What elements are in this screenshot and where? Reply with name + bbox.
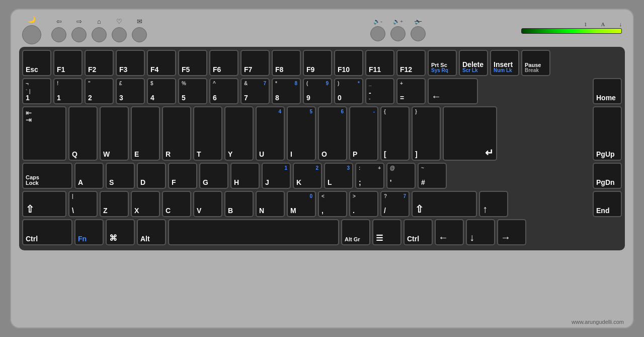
key-o[interactable]: 6 O (318, 106, 347, 161)
key-pgup[interactable]: PgUp (593, 106, 622, 161)
key-w[interactable]: W (100, 106, 129, 161)
key-z[interactable]: Z (100, 191, 129, 217)
key-rshift[interactable]: ⇧ (412, 191, 477, 217)
key-t[interactable]: T (193, 106, 222, 161)
key-capslock[interactable]: CapsLock (22, 163, 72, 189)
back-icon: ⇦ (56, 18, 62, 26)
key-g[interactable]: G (199, 163, 228, 189)
key-comma[interactable]: < , (318, 191, 347, 217)
favorites-button[interactable]: ♡ (112, 18, 127, 42)
key-3[interactable]: £ 3 (116, 78, 145, 104)
key-p[interactable]: - P (349, 106, 378, 161)
key-semicolon[interactable]: : + ; (355, 163, 384, 189)
key-end[interactable]: End (593, 191, 622, 217)
key-1[interactable]: ! 1 (53, 78, 83, 104)
email-button[interactable]: ✉ (132, 18, 147, 42)
key-f4[interactable]: F4 (147, 50, 176, 76)
key-c[interactable]: C (162, 191, 191, 217)
key-prtsc[interactable]: Prt Sc Sys Rq (428, 50, 457, 76)
key-y[interactable]: Y (224, 106, 254, 161)
key-f11[interactable]: F11 (365, 50, 394, 76)
key-fn[interactable]: Fn (74, 219, 104, 245)
key-8[interactable]: * 8 8 (272, 78, 301, 104)
key-f[interactable]: F (168, 163, 197, 189)
key-l[interactable]: 3 L (324, 163, 353, 189)
vol-up-button[interactable]: 🔈+ (390, 18, 406, 41)
key-arrow-right[interactable]: → (497, 219, 526, 245)
key-tab[interactable]: ⇤⇥ (22, 106, 66, 161)
key-lshift[interactable]: ⇧ (22, 191, 66, 217)
key-pipe[interactable]: | \ (68, 191, 98, 217)
key-hash[interactable]: ~ # (418, 163, 447, 189)
key-e[interactable]: E (131, 106, 160, 161)
key-rbracket[interactable]: } ] (412, 106, 441, 161)
key-altgr[interactable]: Alt Gr (341, 219, 370, 245)
key-slash[interactable]: ? 7 / (380, 191, 410, 217)
key-f5[interactable]: F5 (178, 50, 207, 76)
key-f8[interactable]: F8 (272, 50, 301, 76)
key-arrow-left[interactable]: ← (435, 219, 464, 245)
key-v[interactable]: V (193, 191, 222, 217)
key-lbracket[interactable]: { [ (380, 106, 410, 161)
key-enter[interactable]: ↵ (443, 106, 497, 161)
key-r[interactable]: R (162, 106, 191, 161)
key-insert[interactable]: Insert Num Lk (490, 50, 519, 76)
key-home[interactable]: Home (593, 78, 622, 104)
key-f12[interactable]: F12 (396, 50, 426, 76)
favorites-icon: ♡ (116, 18, 122, 26)
key-esc[interactable]: Esc (22, 50, 51, 76)
key-backtick[interactable]: ¬ ` | 1 (22, 78, 51, 104)
key-0[interactable]: ) * 0 (334, 78, 363, 104)
key-equals[interactable]: + = (396, 78, 426, 104)
key-d[interactable]: D (137, 163, 166, 189)
vol-up-circle (390, 26, 406, 41)
key-4[interactable]: $ 4 (147, 78, 176, 104)
home-button[interactable]: ⌂ (92, 18, 107, 42)
key-arrow-down[interactable]: ↓ (466, 219, 495, 245)
key-f3[interactable]: F3 (116, 50, 145, 76)
key-a[interactable]: A (74, 163, 104, 189)
caps-key-row: CapsLock A S D F G H 1 J 2 K 3 L : + (22, 163, 622, 189)
key-f10[interactable]: F10 (334, 50, 363, 76)
key-h[interactable]: H (230, 163, 260, 189)
key-q[interactable]: Q (68, 106, 98, 161)
key-quote[interactable]: @ ' (386, 163, 416, 189)
mute-button[interactable]: 🔊 (411, 18, 426, 41)
forward-button[interactable]: ⇨ (71, 18, 87, 42)
key-pgdn[interactable]: PgDn (593, 163, 622, 189)
key-6[interactable]: ^ 6 (209, 78, 238, 104)
key-7[interactable]: & 7 7 (240, 78, 270, 104)
key-win[interactable]: ⌘ (106, 219, 135, 245)
key-period[interactable]: > . (349, 191, 378, 217)
key-f9[interactable]: F9 (303, 50, 332, 76)
key-j[interactable]: 1 J (262, 163, 291, 189)
key-space[interactable] (168, 219, 339, 245)
key-rctrl[interactable]: Ctrl (404, 219, 433, 245)
key-u[interactable]: 4 U (256, 106, 285, 161)
key-m[interactable]: 0 M (287, 191, 316, 217)
key-lctrl[interactable]: Ctrl (22, 219, 72, 245)
key-n[interactable]: N (256, 191, 285, 217)
key-f1[interactable]: F1 (53, 50, 83, 76)
key-2[interactable]: " 2 (85, 78, 114, 104)
key-s[interactable]: S (106, 163, 135, 189)
key-arrow-up[interactable]: ↑ (479, 191, 508, 217)
key-pause[interactable]: Pause Break (521, 50, 550, 76)
key-i[interactable]: 5 I (287, 106, 316, 161)
key-5[interactable]: % 5 (178, 78, 207, 104)
back-button[interactable]: ⇦ (51, 18, 66, 42)
key-delete[interactable]: Delete Scr Lk (459, 50, 488, 76)
key-f6[interactable]: F6 (209, 50, 238, 76)
key-backspace[interactable]: ← (428, 78, 478, 104)
key-x[interactable]: X (131, 191, 160, 217)
key-menu[interactable]: ☰ (372, 219, 401, 245)
sleep-button[interactable]: 🌙 (22, 16, 41, 44)
key-lalt[interactable]: Alt (137, 219, 166, 245)
vol-down-button[interactable]: 🔈- (370, 18, 385, 41)
key-minus[interactable]: _ - - (365, 78, 394, 104)
key-k[interactable]: 2 K (293, 163, 322, 189)
key-9[interactable]: ( 9 9 (303, 78, 332, 104)
key-b[interactable]: B (224, 191, 254, 217)
key-f7[interactable]: F7 (240, 50, 270, 76)
key-f2[interactable]: F2 (85, 50, 114, 76)
